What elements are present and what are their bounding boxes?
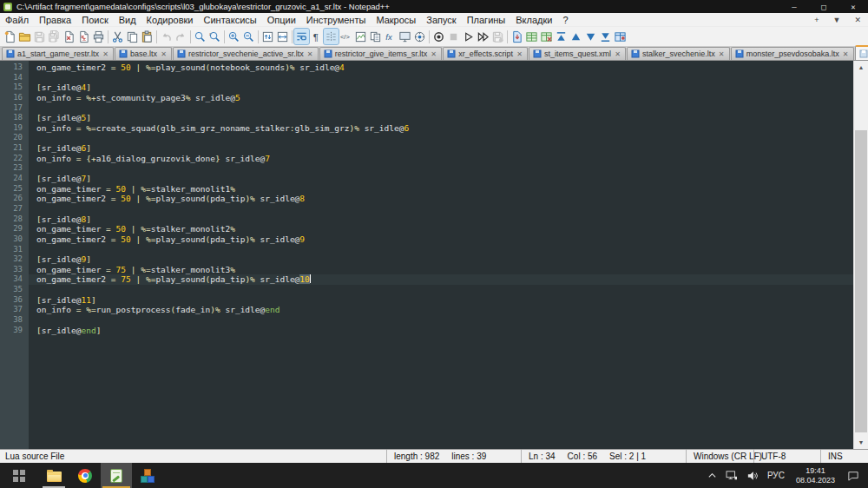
code-line[interactable]: 26on_game_timer2 = 50 | %=play_sound(pda… bbox=[0, 194, 853, 204]
tab[interactable]: base.ltx✕ bbox=[115, 47, 172, 60]
statusbar-eol-format[interactable]: Windows (CR LF) bbox=[686, 450, 753, 463]
code-line[interactable]: 29on_game_timer = 50 | %=stalker_monolit… bbox=[0, 224, 853, 234]
eye-watch-icon[interactable] bbox=[412, 29, 427, 44]
maximize-icon[interactable]: □ bbox=[809, 0, 838, 13]
tab-close-icon[interactable]: ✕ bbox=[430, 50, 437, 58]
code-line[interactable]: 34on_game_timer2 = 75 | %=play_sound(pda… bbox=[0, 274, 853, 285]
nav-prev-icon[interactable] bbox=[569, 29, 583, 44]
indent-guide-icon[interactable] bbox=[324, 29, 339, 44]
copy-icon[interactable] bbox=[125, 29, 140, 44]
code-line[interactable]: 27 bbox=[0, 204, 853, 214]
tab-close-icon[interactable]: ✕ bbox=[102, 50, 109, 58]
scrollbar-thumb[interactable] bbox=[855, 130, 867, 432]
new-file-icon[interactable] bbox=[3, 29, 17, 44]
document-map-icon[interactable] bbox=[353, 29, 368, 44]
close-icon[interactable]: ✕ bbox=[838, 0, 868, 13]
user-defined-lang-icon[interactable]: </> bbox=[339, 29, 353, 44]
notification-icon[interactable] bbox=[842, 471, 868, 481]
tab-close-icon[interactable]: ✕ bbox=[516, 50, 523, 58]
tab-close-icon[interactable]: ✕ bbox=[306, 50, 314, 58]
code-line[interactable]: 32[sr_idle@9] bbox=[0, 254, 853, 265]
blocks-app-icon[interactable] bbox=[132, 463, 163, 488]
close-small-icon[interactable]: ✕ bbox=[847, 16, 868, 24]
code-line[interactable]: 22on_info = {+a16_dialog_gruzovik_done} … bbox=[0, 154, 853, 164]
code-line[interactable]: 18[sr_idle@5] bbox=[0, 113, 853, 123]
tab[interactable]: stalker_svechenie.ltx✕ bbox=[627, 47, 730, 60]
vertical-scrollbar[interactable]: ▲ ▼ bbox=[853, 61, 868, 449]
menu-item[interactable]: Файл bbox=[0, 15, 34, 25]
compare-clear-icon[interactable] bbox=[539, 29, 554, 44]
menu-item[interactable]: Синтаксисы bbox=[199, 15, 262, 25]
paste-icon[interactable] bbox=[140, 29, 155, 44]
code-line[interactable]: 37on_info = %=run_postprocess(fade_in)% … bbox=[0, 305, 853, 315]
tab[interactable]: a1_start_game_restr.ltx✕ bbox=[2, 47, 114, 60]
menu-item[interactable]: Макросы bbox=[371, 15, 421, 25]
scrollbar-up-icon[interactable]: ▲ bbox=[854, 61, 868, 74]
tab[interactable]: monster_psevdosobaka.ltx✕ bbox=[731, 47, 854, 60]
menu-item[interactable]: Поиск bbox=[76, 15, 113, 25]
chevron-up-icon[interactable] bbox=[703, 471, 721, 480]
code-pane[interactable]: 13on_game_timer2 = 50 | %=play_sound(not… bbox=[0, 61, 853, 449]
code-line[interactable]: 28[sr_idle@8] bbox=[0, 214, 853, 225]
menu-item[interactable]: Инструменты bbox=[301, 15, 372, 25]
tab-close-icon[interactable]: ✕ bbox=[718, 50, 726, 58]
menu-item[interactable]: Правка bbox=[34, 15, 76, 25]
clock[interactable]: 19:41 08.04.2023 bbox=[789, 466, 842, 485]
tab[interactable]: xr_effects.script✕ bbox=[443, 47, 528, 60]
scrollbar-down-icon[interactable]: ▼ bbox=[854, 436, 868, 449]
menu-item[interactable]: Опции bbox=[262, 15, 301, 25]
nav-first-icon[interactable] bbox=[554, 29, 569, 44]
replace-icon[interactable]: ab bbox=[207, 29, 222, 44]
close-file-icon[interactable] bbox=[62, 29, 76, 44]
compare-table-icon[interactable] bbox=[524, 29, 539, 44]
close-all-icon[interactable] bbox=[76, 29, 91, 44]
statusbar-encoding[interactable]: UTF-8 bbox=[753, 450, 820, 463]
show-all-chars-icon[interactable]: ¶ bbox=[309, 29, 324, 44]
tab[interactable]: restrictor_svechenie_active_sr.ltx✕ bbox=[173, 47, 319, 60]
run-macro-multi-icon[interactable] bbox=[476, 29, 490, 44]
word-wrap-icon[interactable] bbox=[294, 29, 309, 44]
tab[interactable]: restrictor_give_items_sr.ltx✕ bbox=[319, 47, 443, 60]
tab-close-icon[interactable]: ✕ bbox=[160, 50, 168, 58]
nav-last-icon[interactable] bbox=[598, 29, 613, 44]
code-line[interactable]: 17 bbox=[0, 103, 853, 114]
volume-icon[interactable] bbox=[742, 471, 763, 481]
find-icon[interactable] bbox=[193, 29, 207, 44]
explorer-icon[interactable] bbox=[38, 463, 69, 488]
function-list-icon[interactable]: fx bbox=[383, 29, 398, 44]
print-icon[interactable] bbox=[91, 29, 106, 44]
play-macro-icon[interactable] bbox=[461, 29, 476, 44]
nav-next-icon[interactable] bbox=[583, 29, 598, 44]
code-line[interactable]: 39[sr_idle@end] bbox=[0, 326, 853, 336]
language-indicator[interactable]: РУС bbox=[763, 471, 789, 480]
code-line[interactable]: 21[sr_idle@6] bbox=[0, 143, 853, 154]
compare-set-icon[interactable] bbox=[510, 29, 524, 44]
cut-icon[interactable] bbox=[110, 29, 125, 44]
code-line[interactable]: 16on_info = %+st_community_page3% sr_idl… bbox=[0, 93, 853, 103]
code-line[interactable]: 25on_game_timer = 50 | %=stalker_monolit… bbox=[0, 184, 853, 195]
menu-item[interactable]: Запуск bbox=[421, 15, 461, 25]
code-line[interactable]: 14 bbox=[0, 73, 853, 83]
record-macro-icon[interactable] bbox=[431, 29, 446, 44]
editor[interactable]: 13on_game_timer2 = 50 | %=play_sound(not… bbox=[0, 61, 868, 449]
menu-item[interactable]: ? bbox=[557, 15, 573, 25]
open-folder-icon[interactable] bbox=[17, 29, 32, 44]
code-line[interactable]: 24[sr_idle@7] bbox=[0, 174, 853, 184]
code-line[interactable]: 33on_game_timer = 75 | %=stalker_monolit… bbox=[0, 265, 853, 275]
plus-icon[interactable]: + bbox=[807, 16, 825, 24]
tab[interactable]: st_items_quest.xml✕ bbox=[529, 47, 626, 60]
tab-close-icon[interactable]: ✕ bbox=[614, 50, 621, 58]
notepad-plus-plus-icon[interactable] bbox=[101, 463, 132, 488]
code-line[interactable]: 35 bbox=[0, 285, 853, 295]
code-line[interactable]: 31 bbox=[0, 245, 853, 255]
chrome-icon[interactable] bbox=[69, 463, 101, 488]
code-line[interactable]: 19on_info = %=create_squad(glb_sim_grz_n… bbox=[0, 123, 853, 134]
dropdown-icon[interactable]: ▼ bbox=[826, 16, 848, 24]
menu-item[interactable]: Плагины bbox=[462, 15, 511, 25]
code-line[interactable]: 36[sr_idle@11] bbox=[0, 295, 853, 306]
zoom-out-icon[interactable] bbox=[241, 29, 256, 44]
zoom-in-icon[interactable] bbox=[227, 29, 241, 44]
menu-item[interactable]: Кодировки bbox=[141, 15, 199, 25]
tab-close-icon[interactable]: ✕ bbox=[842, 50, 850, 58]
sync-scroll-h-icon[interactable] bbox=[275, 29, 290, 44]
